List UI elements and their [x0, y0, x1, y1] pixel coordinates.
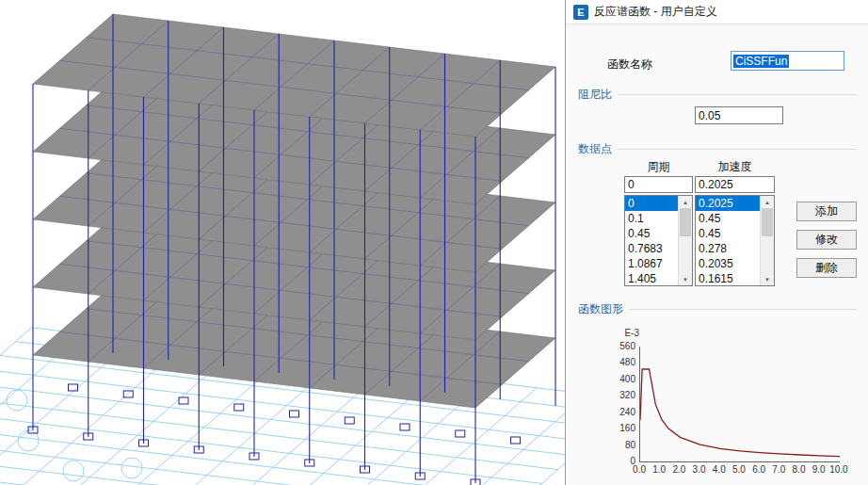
list-item[interactable]: 0.1	[625, 211, 678, 226]
y-tick-label: 400	[602, 374, 635, 385]
delete-button[interactable]: 删除	[796, 258, 857, 278]
model-3d-viewport[interactable]	[0, 0, 565, 485]
list-item[interactable]: 0.45	[696, 211, 760, 226]
list-item[interactable]: 0	[625, 196, 678, 211]
scroll-down-icon[interactable]: ▼	[761, 273, 774, 285]
y-tick-label: 240	[602, 407, 635, 418]
period-listbox[interactable]: 00.10.450.76831.08671.405 ▲ ▼	[624, 195, 693, 286]
period-column-header: 周期	[624, 159, 693, 175]
data-points-group-label: 数据点	[578, 141, 612, 157]
x-tick-label: 8.0	[790, 464, 809, 475]
group-divider	[629, 309, 857, 310]
scroll-track[interactable]	[679, 208, 692, 273]
acceleration-column-header: 加速度	[695, 159, 775, 175]
x-axis-tick-labels: 0.01.02.03.04.05.06.07.08.09.010.0	[630, 464, 848, 475]
data-points-group-header: 数据点	[578, 141, 857, 157]
dialog-title: 反应谱函数 - 用户自定义	[594, 4, 717, 20]
function-name-input[interactable]: CiSSFFun	[731, 51, 844, 71]
dialog-titlebar[interactable]: E 反应谱函数 - 用户自定义	[566, 0, 868, 24]
list-item[interactable]: 0.278	[696, 241, 760, 256]
scroll-thumb[interactable]	[680, 208, 691, 236]
graph-group-header: 函数图形	[578, 301, 857, 317]
scroll-track[interactable]	[761, 208, 774, 273]
x-tick-label: 5.0	[730, 464, 748, 475]
y-tick-label: 480	[602, 357, 635, 368]
x-tick-label: 4.0	[710, 464, 729, 475]
list-item[interactable]: 1.0867	[625, 256, 678, 271]
list-item[interactable]: 0.2025	[696, 196, 760, 211]
list-item[interactable]: 0.7683	[625, 241, 678, 256]
period-input[interactable]	[624, 176, 693, 193]
period-scrollbar[interactable]: ▲ ▼	[678, 196, 692, 285]
function-graph-plot	[639, 347, 840, 462]
damping-group-header: 阻尼比	[578, 87, 857, 103]
app-logo-icon: E	[573, 5, 588, 20]
list-item[interactable]: 0.45	[625, 226, 678, 241]
x-tick-label: 10.0	[829, 464, 848, 475]
scroll-down-icon[interactable]: ▼	[679, 273, 692, 285]
x-tick-label: 7.0	[769, 464, 788, 475]
acceleration-scrollbar[interactable]: ▲ ▼	[760, 196, 774, 285]
add-button[interactable]: 添加	[796, 202, 857, 221]
y-axis-unit-label: E-3	[613, 328, 639, 338]
structural-model-render	[0, 0, 565, 485]
function-name-value: CiSSFFun	[733, 55, 789, 68]
y-axis-tick-labels: 560480400320240160800	[602, 341, 635, 467]
x-tick-label: 0.0	[630, 464, 649, 475]
scroll-up-icon[interactable]: ▲	[761, 196, 774, 208]
x-tick-label: 3.0	[690, 464, 709, 475]
modify-button[interactable]: 修改	[796, 230, 857, 250]
response-spectrum-dialog: E 反应谱函数 - 用户自定义 函数名称 CiSSFFun 阻尼比 数据点 周期…	[565, 0, 868, 485]
x-tick-label: 2.0	[669, 464, 688, 475]
x-tick-label: 9.0	[810, 464, 828, 475]
acceleration-input[interactable]	[695, 176, 775, 193]
scroll-thumb[interactable]	[762, 208, 773, 236]
damping-ratio-input[interactable]	[695, 106, 783, 124]
screen: E 反应谱函数 - 用户自定义 函数名称 CiSSFFun 阻尼比 数据点 周期…	[0, 0, 868, 485]
damping-group-label: 阻尼比	[578, 87, 612, 103]
list-item[interactable]: 1.405	[625, 271, 678, 285]
y-tick-label: 80	[602, 440, 635, 451]
group-divider	[618, 94, 857, 95]
list-item[interactable]: 0.45	[696, 226, 760, 241]
function-name-label: 函数名称	[607, 57, 652, 73]
graph-group-label: 函数图形	[578, 301, 623, 317]
x-tick-label: 6.0	[749, 464, 768, 475]
y-tick-label: 560	[602, 341, 635, 352]
y-tick-label: 320	[602, 390, 635, 401]
list-item[interactable]: 0.1615	[696, 271, 760, 285]
y-tick-label: 160	[602, 423, 635, 434]
x-tick-label: 1.0	[650, 464, 668, 475]
scroll-up-icon[interactable]: ▲	[679, 196, 692, 208]
list-item[interactable]: 0.2035	[696, 256, 760, 271]
group-divider	[618, 149, 857, 150]
acceleration-listbox[interactable]: 0.20250.450.450.2780.20350.1615 ▲ ▼	[695, 195, 775, 286]
spectrum-curve-canvas	[640, 347, 840, 461]
spectrum-curve	[640, 369, 840, 457]
